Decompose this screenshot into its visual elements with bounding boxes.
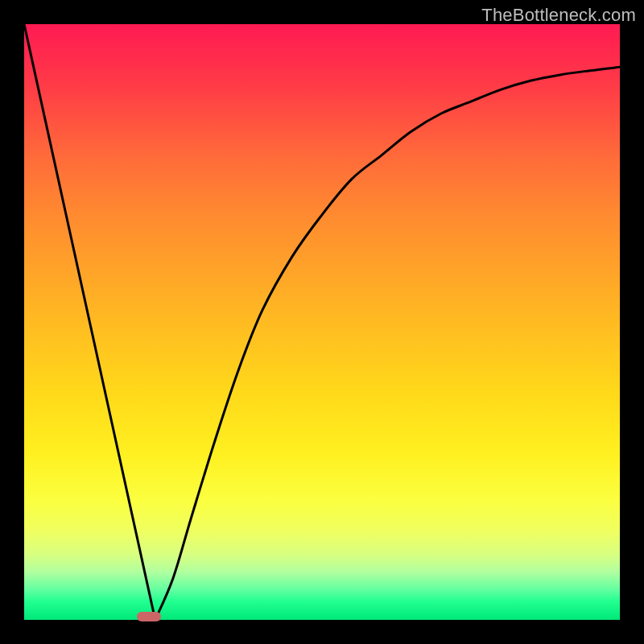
watermark-text: TheBottleneck.com bbox=[481, 5, 636, 26]
curve-svg bbox=[24, 24, 620, 620]
chart-frame: TheBottleneck.com bbox=[0, 0, 644, 644]
curve-path bbox=[24, 24, 620, 620]
plot-area bbox=[24, 24, 620, 620]
bottleneck-marker bbox=[137, 612, 161, 621]
